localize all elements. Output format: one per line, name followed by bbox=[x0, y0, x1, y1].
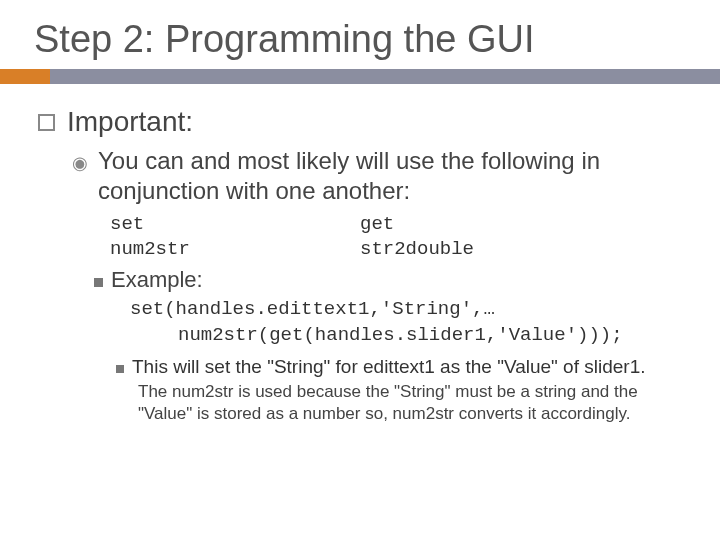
target-bullet-icon: ◉ bbox=[72, 152, 88, 174]
func-num2str: num2str bbox=[110, 237, 360, 262]
accent-bar-gray bbox=[50, 69, 720, 84]
code-line-2: num2str(get(handles.slider1,'Value'))); bbox=[130, 323, 680, 349]
explanation-primary: This will set the "String" for edittext1… bbox=[132, 355, 645, 380]
content: Important: ◉ You can and most likely wil… bbox=[0, 84, 720, 426]
code-block: set(handles.edittext1,'String',… num2str… bbox=[130, 297, 680, 348]
bullet-level-2: ◉ You can and most likely will use the f… bbox=[72, 146, 680, 206]
code-line-1: set(handles.edittext1,'String',… bbox=[130, 297, 680, 323]
square-outline-bullet-icon bbox=[38, 114, 55, 131]
explanation-secondary: The num2str is used because the "String"… bbox=[138, 381, 680, 425]
accent-bar bbox=[0, 69, 720, 84]
accent-bar-orange bbox=[0, 69, 50, 84]
small-square-bullet-icon bbox=[116, 365, 124, 373]
slide: Step 2: Programming the GUI Important: ◉… bbox=[0, 0, 720, 540]
function-column-2: get str2double bbox=[360, 212, 610, 261]
square-bullet-icon bbox=[94, 278, 103, 287]
func-str2double: str2double bbox=[360, 237, 610, 262]
example-label: Example: bbox=[111, 267, 203, 293]
slide-title: Step 2: Programming the GUI bbox=[0, 0, 720, 69]
bullet-level-1: Important: bbox=[38, 106, 680, 138]
important-heading: Important: bbox=[67, 106, 193, 138]
func-set: set bbox=[110, 212, 360, 237]
func-get: get bbox=[360, 212, 610, 237]
function-list: set num2str get str2double bbox=[110, 212, 680, 261]
function-column-1: set num2str bbox=[110, 212, 360, 261]
intro-text: You can and most likely will use the fol… bbox=[98, 146, 680, 206]
bullet-level-4: This will set the "String" for edittext1… bbox=[116, 355, 680, 380]
bullet-level-3: Example: bbox=[94, 267, 680, 293]
